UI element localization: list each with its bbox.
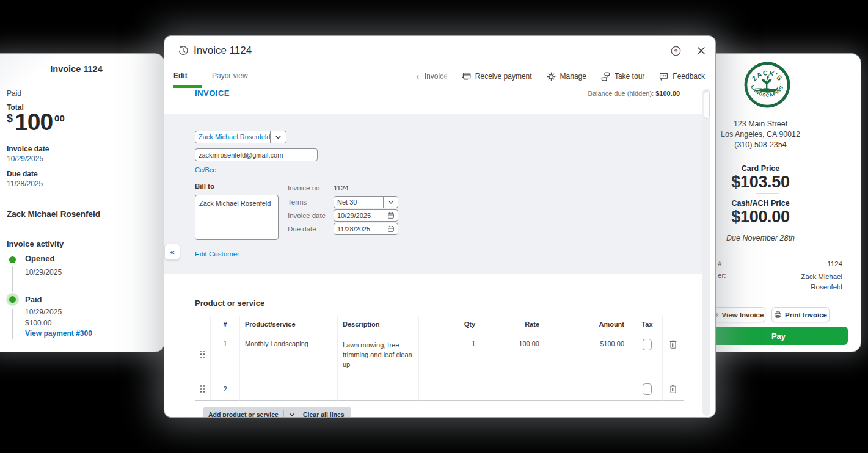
receive-payment-label: Receive payment <box>475 72 532 81</box>
product-section-heading: Product or service <box>195 299 264 308</box>
breadcrumb-invoices[interactable]: Invoice <box>425 72 451 81</box>
row-rate-cell[interactable]: 100.00 <box>483 332 547 377</box>
row-actions-cell <box>662 377 684 401</box>
edit-customer-link[interactable]: Edit Customer <box>195 250 239 258</box>
customer-select-value: Zack Michael Rosenfeld <box>195 131 270 143</box>
calendar-icon[interactable] <box>384 225 398 233</box>
row-number: 2 <box>210 377 239 401</box>
header-rate: Rate <box>483 316 547 332</box>
tour-icon <box>600 71 611 82</box>
calendar-icon[interactable] <box>384 212 398 219</box>
screen: Invoice 1124 Paid Total $ 100 00 Invoice… <box>0 0 868 453</box>
trash-icon[interactable] <box>668 339 678 350</box>
row-product-cell[interactable] <box>239 377 337 401</box>
form-heading: INVOICE <box>195 89 230 98</box>
customer-select[interactable]: Zack Michael Rosenfeld <box>195 131 286 143</box>
row-drag-handle[interactable] <box>195 332 210 377</box>
invoice-date-label: Invoice date <box>288 212 326 219</box>
row-qty-cell[interactable]: 1 <box>418 332 483 377</box>
collapse-drawer-toggle[interactable]: « <box>164 244 180 260</box>
scrollbar-thumb[interactable] <box>704 91 710 119</box>
activity-paid-dot <box>6 293 19 306</box>
balance-due-value: $100.00 <box>655 90 680 97</box>
invoice-date-value: 10/29/2025 <box>7 154 43 163</box>
feedback-icon <box>658 71 669 82</box>
collapse-icon: « <box>170 247 174 256</box>
row-product-cell[interactable]: Monthly Landscaping <box>239 332 337 377</box>
trash-icon[interactable] <box>668 383 678 394</box>
invoice-form: INVOICE Balance due (hidden): $100.00 Za… <box>164 87 715 417</box>
activity-opened-date: 10/29/2025 <box>25 268 62 277</box>
tab-payor-view[interactable]: Payor view <box>212 65 248 87</box>
invoice-date-value: 10/29/2025 <box>334 210 384 221</box>
due-date-value: 11/28/2025 <box>334 223 384 234</box>
feedback-button[interactable]: Feedback <box>654 71 709 82</box>
view-payment-link[interactable]: View payment #300 <box>25 329 92 338</box>
tab-edit-label: Edit <box>173 71 188 80</box>
history-icon[interactable] <box>177 44 190 57</box>
activity-paid-amount: $100.00 <box>25 319 51 327</box>
line-items-table: # Product/service Description Qty Rate A… <box>195 316 684 401</box>
invoice-no-value: 1124 <box>334 184 349 192</box>
header-qty: Qty <box>418 316 483 332</box>
bill-to-field[interactable]: Zack Michael Rosenfeld <box>195 195 279 240</box>
activity-opened-label: Opened <box>25 254 54 263</box>
view-invoice-button[interactable]: View Invoice <box>709 307 765 322</box>
manage-button[interactable]: Manage <box>542 71 591 82</box>
receive-payment-button[interactable]: Receive payment <box>457 71 536 82</box>
chevron-down-icon[interactable] <box>383 197 398 208</box>
clear-all-lines-button[interactable]: Clear all lines <box>297 407 351 417</box>
invoice-date-label: Invoice date <box>7 145 49 153</box>
row-rate-cell[interactable] <box>483 377 547 401</box>
cc-bcc-link[interactable]: Cc/Bcc <box>195 166 216 173</box>
invoice-date-field[interactable]: 10/29/2025 <box>334 209 398 222</box>
row-description-cell[interactable] <box>337 377 418 401</box>
row-tax-cell <box>632 377 662 401</box>
balance-due-label: Balance due (hidden): <box>588 90 656 97</box>
chevron-down-icon[interactable] <box>289 413 295 417</box>
invoice-editor-modal: Invoice 1124 ? Edit Payor view ‹ Invoice… <box>164 35 716 418</box>
invoice-number-label-fragment: #: <box>718 260 724 267</box>
timeline-connector <box>12 309 13 339</box>
activity-paid-label: Paid <box>25 295 42 304</box>
add-product-label: Add product or service <box>208 411 279 417</box>
total-amount: $ 100 00 <box>7 110 65 134</box>
print-invoice-button[interactable]: Print Invoice <box>771 307 830 322</box>
row-qty-cell[interactable] <box>418 377 483 401</box>
take-tour-button[interactable]: Take tour <box>596 71 649 82</box>
row-description-cell[interactable]: Lawn mowing, tree trimming and leaf clea… <box>337 332 418 377</box>
tab-edit[interactable]: Edit <box>173 65 188 87</box>
receive-payment-icon <box>461 71 472 82</box>
customer-email-field[interactable] <box>195 148 318 161</box>
view-invoice-label: View Invoice <box>722 311 764 319</box>
modal-tabbar: Edit Payor view ‹ Invoice Receive paymen… <box>164 65 715 87</box>
close-icon[interactable] <box>695 44 708 57</box>
due-date-value: 11/28/2025 <box>7 179 43 188</box>
chevron-down-icon[interactable] <box>270 131 286 143</box>
row-drag-handle[interactable] <box>195 377 210 401</box>
invoice-number-value: 1124 <box>827 260 842 267</box>
activity-paid-date: 10/29/2025 <box>25 308 62 316</box>
tax-checkbox[interactable] <box>643 383 652 395</box>
row-number: 1 <box>210 332 239 377</box>
help-icon[interactable]: ? <box>669 44 682 57</box>
invoice-no-label: Invoice no. <box>288 184 322 192</box>
due-date-label: Due date <box>288 225 316 233</box>
due-date-field[interactable]: 11/28/2025 <box>334 223 398 235</box>
header-num: # <box>210 316 239 332</box>
back-chevron-icon[interactable]: ‹ <box>416 71 419 81</box>
header-actions-col <box>662 316 684 332</box>
header-tax: Tax <box>632 316 662 332</box>
printer-icon <box>774 311 782 319</box>
row-amount-cell[interactable]: $100.00 <box>547 332 632 377</box>
customer-label-fragment: er: <box>718 272 726 279</box>
row-amount-cell[interactable] <box>547 377 632 401</box>
summary-title: Invoice 1124 <box>0 64 164 74</box>
bill-to-label: Bill to <box>195 183 214 190</box>
terms-select[interactable]: Net 30 <box>334 196 398 208</box>
scrollbar-track[interactable] <box>702 89 710 416</box>
tax-checkbox[interactable] <box>643 339 652 350</box>
add-product-button[interactable]: Add product or service <box>203 407 300 417</box>
timeline-connector <box>12 266 13 292</box>
pay-button[interactable]: Pay <box>709 327 848 345</box>
